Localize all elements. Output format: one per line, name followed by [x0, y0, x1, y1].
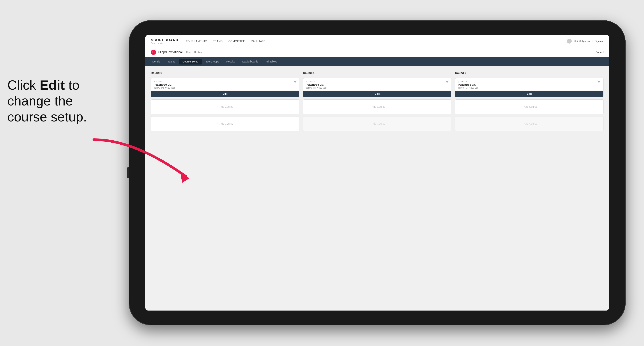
round-2-course-name: Peachtree GC — [306, 83, 449, 86]
logo-scoreboard: SCOREBOARD — [151, 38, 178, 42]
tab-details[interactable]: Details — [149, 59, 164, 64]
round-3-add-course-2: + Add Course — [455, 116, 604, 131]
round-3-course-header: (Course A) Peachtree GC Yellow (M) (6629… — [455, 78, 603, 91]
round-2-add-course-1[interactable]: + Add Course — [303, 99, 452, 114]
tournament-name: Clippd Invitational — [158, 50, 182, 54]
logo-sub: Powered by clippd — [151, 42, 178, 44]
tablet-side-button — [127, 167, 129, 178]
round-1-add-course-1[interactable]: + Add Course — [151, 99, 299, 114]
add-course-label-6: Add Course — [524, 122, 538, 125]
round-3-column: Round 3 (Course A) Peachtree GC Yellow (… — [455, 71, 604, 131]
round-1-course-details: Yellow (M) (6629 yds) — [154, 87, 296, 89]
add-course-label-4: Add Course — [372, 122, 385, 125]
tablet-shell: SCOREBOARD Powered by clippd TOURNAMENTS… — [129, 20, 626, 325]
round-3-course-details: Yellow (M) (6629 yds) — [458, 87, 601, 89]
round-2-add-course-2: + Add Course — [303, 116, 452, 131]
round-2-edit-button[interactable]: Edit — [303, 91, 451, 97]
plus-icon-5: + — [521, 105, 523, 108]
delete-icon-3: ⊟ — [598, 81, 600, 84]
round-1-course-label: (Course A) — [154, 80, 296, 83]
add-course-label-5: Add Course — [524, 105, 538, 108]
nav-links: TOURNAMENTS TEAMS COMMITTEE RANKINGS — [186, 39, 567, 43]
tab-printables[interactable]: Printables — [262, 59, 280, 64]
round-2-course-label: (Course A) — [306, 80, 449, 83]
round-3-title: Round 3 — [455, 71, 604, 74]
sign-out-link[interactable]: Sign out — [595, 40, 604, 42]
tournament-bar: C Clippd Invitational (Men) Hosting Canc… — [145, 47, 609, 57]
round-1-column: Round 1 (Course A) Peachtree GC Yellow (… — [151, 71, 299, 131]
add-course-label-2: Add Course — [220, 122, 233, 125]
round-3-course-name: Peachtree GC — [458, 83, 601, 86]
round-2-course-header: (Course A) Peachtree GC Yellow (M) (6629… — [303, 78, 451, 91]
top-nav: SCOREBOARD Powered by clippd TOURNAMENTS… — [145, 35, 609, 47]
round-3-course-card: (Course A) Peachtree GC Yellow (M) (6629… — [455, 78, 604, 97]
plus-icon-1: + — [217, 105, 218, 108]
user-avatar — [567, 39, 572, 43]
hosting-status: Hosting — [194, 51, 202, 53]
add-course-label-1: Add Course — [220, 105, 233, 108]
nav-tournaments[interactable]: TOURNAMENTS — [186, 39, 207, 43]
main-content: Round 1 (Course A) Peachtree GC Yellow (… — [145, 66, 609, 311]
round-3-add-course-1[interactable]: + Add Course — [455, 99, 604, 114]
round-2-delete-button[interactable]: ⊟ — [445, 80, 449, 84]
plus-icon-4: + — [369, 122, 370, 125]
round-3-course-label: (Course A) — [458, 80, 601, 83]
round-1-add-course-2[interactable]: + Add Course — [151, 116, 299, 131]
logo-area: SCOREBOARD Powered by clippd — [151, 38, 178, 44]
tournament-name-area: C Clippd Invitational (Men) Hosting — [151, 50, 202, 55]
rounds-container: Round 1 (Course A) Peachtree GC Yellow (… — [151, 71, 604, 131]
tablet-screen: SCOREBOARD Powered by clippd TOURNAMENTS… — [145, 35, 609, 311]
nav-rankings[interactable]: RANKINGS — [251, 39, 265, 43]
cancel-button[interactable]: Cancel — [596, 51, 604, 54]
tournament-gender: (Men) — [186, 51, 191, 53]
round-2-course-details: Yellow (M) (6629 yds) — [306, 87, 449, 89]
round-2-title: Round 2 — [303, 71, 452, 74]
tab-bar: Details Teams Course Setup Tee Groups Re… — [145, 57, 609, 66]
nav-teams[interactable]: TEAMS — [213, 39, 223, 43]
round-2-course-card: (Course A) Peachtree GC Yellow (M) (6629… — [303, 78, 452, 97]
nav-committee[interactable]: COMMITTEE — [228, 39, 245, 43]
round-3-delete-button[interactable]: ⊟ — [597, 80, 601, 84]
tab-leaderboards[interactable]: Leaderboards — [239, 59, 262, 64]
add-course-label-3: Add Course — [372, 105, 385, 108]
round-1-course-name: Peachtree GC — [154, 83, 296, 86]
round-1-course-card: (Course A) Peachtree GC Yellow (M) (6629… — [151, 78, 299, 97]
plus-icon-2: + — [217, 122, 218, 125]
tab-course-setup[interactable]: Course Setup — [179, 59, 202, 64]
round-1-course-header: (Course A) Peachtree GC Yellow (M) (6629… — [151, 78, 299, 91]
round-2-column: Round 2 (Course A) Peachtree GC Yellow (… — [303, 71, 452, 131]
plus-icon-3: + — [369, 105, 370, 108]
round-1-edit-button[interactable]: Edit — [151, 91, 299, 97]
delete-icon: ⊟ — [294, 81, 296, 84]
clippd-logo: C — [151, 50, 156, 55]
nav-right: blair@clippd.io | Sign out — [567, 39, 604, 43]
instruction-text: Click Edit tochange thecourse setup. — [7, 77, 87, 125]
separator: | — [592, 40, 592, 42]
round-1-title: Round 1 — [151, 71, 299, 74]
user-email: blair@clippd.io — [574, 40, 590, 42]
tab-results[interactable]: Results — [223, 59, 238, 64]
round-3-edit-button[interactable]: Edit — [455, 91, 603, 97]
tab-teams[interactable]: Teams — [164, 59, 178, 64]
delete-icon-2: ⊟ — [446, 81, 448, 84]
plus-icon-6: + — [521, 122, 523, 125]
round-1-delete-button[interactable]: ⊟ — [293, 80, 297, 84]
tab-tee-groups[interactable]: Tee Groups — [202, 59, 222, 64]
bold-edit: Edit — [40, 78, 65, 92]
